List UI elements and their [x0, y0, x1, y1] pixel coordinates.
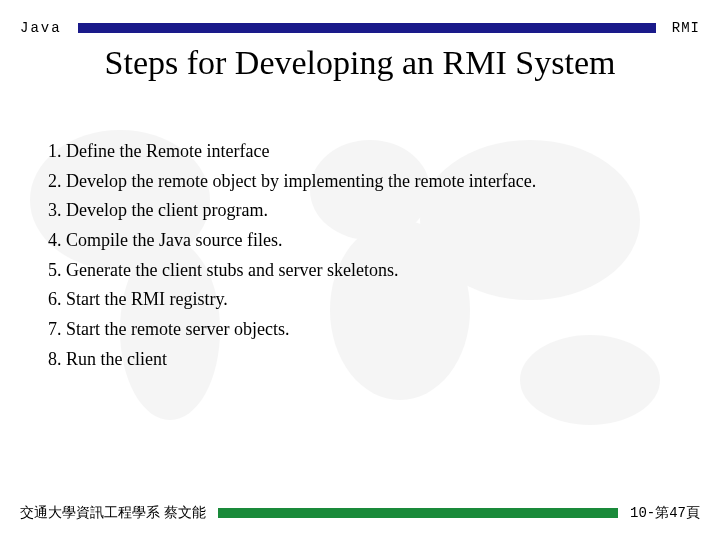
header-divider-bar — [78, 23, 656, 33]
step-item: 3. Develop the client program. — [48, 196, 720, 226]
footer-divider-bar — [218, 508, 618, 518]
steps-list: 1. Define the Remote interface 2. Develo… — [48, 137, 720, 375]
footer-author: 交通大學資訊工程學系 蔡文能 — [20, 504, 206, 522]
footer-page-number: 10-第47頁 — [630, 504, 700, 522]
step-item: 2. Develop the remote object by implemen… — [48, 167, 720, 197]
slide-header: Java RMI — [0, 0, 720, 36]
slide-title: Steps for Developing an RMI System — [0, 44, 720, 82]
step-item: 4. Compile the Java source files. — [48, 226, 720, 256]
header-right-label: RMI — [672, 20, 700, 36]
step-item: 8. Run the client — [48, 345, 720, 375]
slide-footer: 交通大學資訊工程學系 蔡文能 10-第47頁 — [0, 504, 720, 522]
header-left-label: Java — [20, 20, 62, 36]
step-item: 5. Generate the client stubs and server … — [48, 256, 720, 286]
step-item: 7. Start the remote server objects. — [48, 315, 720, 345]
step-item: 1. Define the Remote interface — [48, 137, 720, 167]
step-item: 6. Start the RMI registry. — [48, 285, 720, 315]
